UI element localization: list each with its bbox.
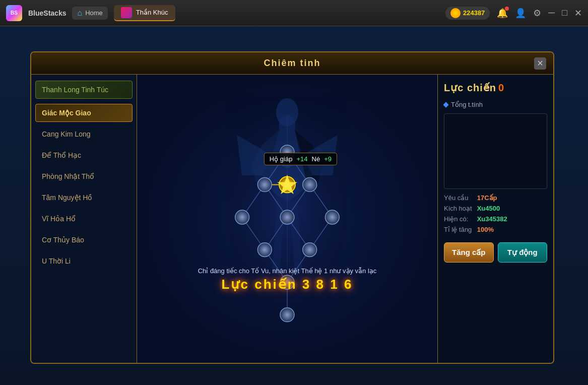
svg-point-25	[257, 243, 272, 257]
desc-text: Chỉ đáng tiếc cho Tố Vu, nhân kiệt Thế h…	[198, 267, 377, 275]
dialog-close-button[interactable]: ×	[534, 57, 546, 70]
sidebar-item-cangkim[interactable]: Cang Kim Long	[35, 125, 133, 143]
svg-point-24	[325, 210, 339, 224]
home-label: Home	[85, 9, 103, 17]
dialog-header: Chiêm tinh ×	[31, 52, 553, 75]
dialog-title: Chiêm tinh	[264, 58, 321, 69]
power-value: 0	[498, 82, 504, 94]
ti-le-value: 100%	[477, 226, 547, 233]
svg-point-22	[235, 210, 249, 224]
hien-co-value: Xu345382	[477, 215, 547, 223]
star-map-svg	[137, 75, 437, 363]
kich-hoat-label: Kích hoạt	[444, 205, 472, 212]
svg-point-19	[257, 178, 272, 192]
main-area: Chiêm tinh × Thanh Long Tinh Túc Giác Mộ…	[0, 26, 588, 385]
svg-point-21	[303, 178, 317, 192]
home-button[interactable]: ⌂ Home	[72, 7, 107, 20]
svg-point-28	[280, 308, 294, 322]
game-tab-icon	[121, 7, 132, 18]
tang-cap-button[interactable]: Tăng cấp	[444, 242, 494, 263]
power-title: Lực chiến	[444, 82, 496, 94]
maximize-icon[interactable]: □	[562, 8, 567, 18]
power-text: Lực chiến 3 8 1 6	[198, 277, 377, 292]
game-background: Hộ giáp +14 Né +9 Chỉ đáng tiếc cho Tố V…	[137, 75, 437, 363]
node-tooltip: Hộ giáp +14 Né +9	[264, 153, 337, 165]
sidebar-item-cothuy[interactable]: Cơ Thủy Báo	[35, 231, 133, 249]
tu-dong-button[interactable]: Tự động	[498, 242, 548, 263]
dialog-body: Thanh Long Tinh Túc Giác Mộc Giao Cang K…	[31, 75, 553, 363]
minimize-icon[interactable]: ─	[548, 8, 555, 18]
sidebar-item-uthoi[interactable]: U Thời Li	[35, 252, 133, 270]
coin-amount: 224387	[463, 9, 485, 17]
sidebar-item-giacmoc[interactable]: Giác Mộc Giao	[35, 104, 133, 122]
game-tab[interactable]: Thần Khúc	[114, 5, 175, 21]
game-tab-title: Thần Khúc	[136, 9, 168, 16]
bluestacks-logo: BS	[6, 5, 22, 21]
diamond-icon	[443, 102, 448, 107]
coin-badge: 224387	[445, 7, 490, 20]
ti-le-label: Tỉ lệ tăng	[444, 226, 472, 233]
center-text-overlay: Chỉ đáng tiếc cho Tố Vu, nhân kiệt Thế h…	[198, 267, 377, 292]
left-panel: Thanh Long Tinh Túc Giác Mộc Giao Cang K…	[31, 75, 137, 363]
right-panel: Lực chiến 0 Tổng t.tính Yêu cầu 17Cấp Kí…	[437, 75, 553, 363]
svg-point-26	[303, 243, 317, 257]
tooltip-stat1-label: Hộ giáp	[270, 155, 293, 163]
tooltip-stat1-value: +14	[296, 155, 307, 163]
coin-icon	[450, 8, 461, 18]
yeu-cau-label: Yêu cầu	[444, 194, 472, 202]
info-grid: Yêu cầu 17Cấp Kích hoạt Xu4500 Hiện có: …	[444, 194, 547, 233]
center-panel: Hộ giáp +14 Né +9 Chỉ đáng tiếc cho Tố V…	[137, 75, 437, 363]
tooltip-stat2-label: Né	[312, 155, 320, 163]
settings-icon[interactable]: ⚙	[533, 8, 541, 19]
svg-point-23	[280, 210, 294, 224]
topbar-right: 224387 🔔 👤 ⚙ ─ □ ✕	[445, 7, 582, 20]
sidebar-item-tamnguyethom[interactable]: Tâm Nguyệt Hồ	[35, 188, 133, 207]
total-stats-label: Tổng t.tính	[444, 101, 547, 108]
sidebar-item-thanhlong[interactable]: Thanh Long Tinh Túc	[35, 81, 133, 99]
action-buttons: Tăng cấp Tự động	[444, 242, 547, 263]
hien-co-label: Hiện có:	[444, 215, 472, 223]
account-icon[interactable]: 👤	[515, 8, 526, 19]
stats-box	[444, 113, 547, 189]
sidebar-item-phongnhat[interactable]: Phòng Nhật Thổ	[35, 167, 133, 185]
sidebar-item-vihoa[interactable]: Vĩ Hỏa Hổ	[35, 210, 133, 228]
dialog-chiemtinh: Chiêm tinh × Thanh Long Tinh Túc Giác Mộ…	[30, 51, 554, 364]
close-window-icon[interactable]: ✕	[574, 8, 582, 19]
notification-icon[interactable]: 🔔	[497, 8, 508, 19]
kich-hoat-value: Xu4500	[477, 205, 547, 212]
app-name: BlueStacks	[28, 9, 66, 17]
notification-dot	[505, 7, 509, 11]
home-icon: ⌂	[77, 9, 82, 18]
yeu-cau-value: 17Cấp	[477, 194, 547, 202]
topbar: BS BlueStacks ⌂ Home Thần Khúc 224387 🔔 …	[0, 0, 588, 26]
tooltip-stat2-value: +9	[324, 155, 332, 163]
sidebar-item-dethohac[interactable]: Để Thổ Hạc	[35, 146, 133, 164]
